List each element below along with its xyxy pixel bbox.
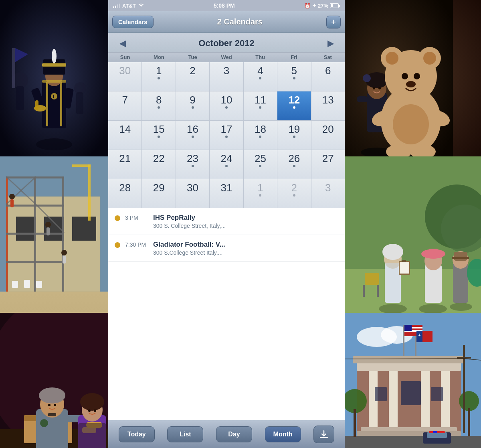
cal-day-15[interactable]: 15 <box>142 121 175 150</box>
cal-day-17[interactable]: 17 <box>210 121 243 150</box>
cal-day-12-today[interactable]: 12 <box>277 91 311 120</box>
cal-day-31[interactable]: 31 <box>210 179 243 208</box>
svg-rect-139 <box>389 369 398 429</box>
bluetooth-icon: ✦ <box>312 3 316 8</box>
cal-day-3[interactable]: 3 <box>210 62 243 91</box>
cal-day-10[interactable]: 10 <box>210 91 243 120</box>
cal-day-16[interactable]: 16 <box>176 121 209 150</box>
battery-icon <box>330 3 340 8</box>
cal-day-25[interactable]: 25 <box>244 150 277 179</box>
carrier-label: AT&T <box>122 3 136 9</box>
tab-list[interactable]: List <box>167 426 203 442</box>
cal-day-28[interactable]: 28 <box>108 179 141 208</box>
svg-rect-162 <box>320 437 328 438</box>
svg-rect-13 <box>42 80 66 83</box>
tab-bar: Today List Day Month <box>108 420 345 448</box>
svg-rect-19 <box>76 92 83 114</box>
nav-bar: Calendars 2 Calendars + <box>108 11 345 33</box>
svg-rect-55 <box>6 205 64 207</box>
cal-day-2[interactable]: 2 <box>176 62 209 91</box>
cal-day-14[interactable]: 14 <box>108 121 141 150</box>
cal-day-9[interactable]: 9 <box>176 91 209 120</box>
day-header-thu: Thu <box>243 53 277 62</box>
svg-point-110 <box>39 387 65 403</box>
svg-rect-71 <box>72 164 91 167</box>
svg-point-65 <box>61 250 67 255</box>
day-header-sat: Sat <box>311 53 345 62</box>
event-title-1: IHS PepRally <box>153 214 338 222</box>
svg-rect-68 <box>24 280 30 288</box>
clock-icon: ⏰ <box>304 3 311 9</box>
svg-point-124 <box>40 419 48 427</box>
svg-rect-88 <box>429 249 438 255</box>
cal-day-6[interactable]: 6 <box>311 62 345 91</box>
svg-rect-4 <box>60 82 62 126</box>
svg-point-63 <box>45 222 51 227</box>
cal-day-13[interactable]: 13 <box>311 91 345 120</box>
cal-day-20[interactable]: 20 <box>311 121 345 150</box>
calendar-section: ◀ October 2012 ▶ Sun Mon Tue Wed Thu Fri… <box>108 33 345 208</box>
cal-day-5[interactable]: 5 <box>277 62 311 91</box>
cal-day-8[interactable]: 8 <box>142 91 175 120</box>
svg-rect-96 <box>377 285 379 297</box>
svg-rect-70 <box>88 164 91 221</box>
cal-day-4[interactable]: 4 <box>244 62 277 91</box>
prev-month-button[interactable]: ◀ <box>116 37 129 50</box>
svg-rect-48 <box>16 217 36 241</box>
cal-day-7[interactable]: 7 <box>108 91 141 120</box>
svg-point-116 <box>80 393 104 411</box>
cal-day-24[interactable]: 24 <box>210 150 243 179</box>
tab-day[interactable]: Day <box>216 426 252 442</box>
photo-teddy-bear <box>345 0 481 156</box>
tab-month[interactable]: Month <box>265 426 301 442</box>
svg-rect-62 <box>10 199 14 207</box>
next-month-button[interactable]: ▶ <box>324 37 337 50</box>
svg-rect-92 <box>454 252 467 261</box>
svg-text:I: I <box>53 94 54 99</box>
svg-point-1 <box>36 138 72 150</box>
cal-day-21[interactable]: 21 <box>108 150 141 179</box>
add-calendar-button[interactable]: + <box>326 16 341 28</box>
cal-day-26[interactable]: 26 <box>277 150 311 179</box>
svg-rect-80 <box>385 263 401 303</box>
day-header-mon: Mon <box>142 53 176 62</box>
svg-rect-56 <box>6 233 64 235</box>
cal-day-27[interactable]: 27 <box>311 150 345 179</box>
event-item-pep-rally[interactable]: 3 PM IHS PepRally 300 S. College Street,… <box>108 208 345 235</box>
svg-rect-145 <box>375 387 387 401</box>
iphone-ui: AT&T 5:08 PM ⏰ ✦ 27% Calendars <box>108 0 345 448</box>
photo-couple: BURGERS <box>0 313 108 448</box>
cal-day-3-nov[interactable]: 3 <box>311 179 345 208</box>
cal-day-30-sep[interactable]: 30 <box>108 62 141 91</box>
cal-day-11[interactable]: 11 <box>244 91 277 120</box>
cal-day-19[interactable]: 19 <box>277 121 311 150</box>
svg-rect-18 <box>16 86 24 110</box>
cal-day-1[interactable]: 1 <box>142 62 175 91</box>
event-time-1: 3 PM <box>125 214 149 221</box>
svg-point-30 <box>378 87 381 89</box>
cal-day-22[interactable]: 22 <box>142 150 175 179</box>
svg-point-29 <box>373 87 375 89</box>
svg-rect-151 <box>427 432 447 438</box>
cal-day-23[interactable]: 23 <box>176 150 209 179</box>
svg-rect-133 <box>404 325 412 331</box>
cal-day-2-nov[interactable]: 2 <box>277 179 311 208</box>
event-item-football[interactable]: 7:30 PM Gladiator Football: V... 300 S.C… <box>108 235 345 262</box>
svg-rect-7 <box>42 63 66 67</box>
svg-rect-140 <box>421 369 430 429</box>
svg-rect-153 <box>433 431 437 433</box>
download-button[interactable] <box>313 426 334 443</box>
photo-building <box>345 313 481 448</box>
svg-rect-28 <box>357 96 368 102</box>
tab-today[interactable]: Today <box>119 426 155 442</box>
cal-day-30[interactable]: 30 <box>176 179 209 208</box>
cal-day-29[interactable]: 29 <box>142 179 175 208</box>
month-nav: ◀ October 2012 ▶ <box>108 33 345 52</box>
cal-day-18[interactable]: 18 <box>244 121 277 150</box>
event-color-dot <box>115 215 120 221</box>
cal-day-1-nov[interactable]: 1 <box>244 179 277 208</box>
day-header-sun: Sun <box>108 53 142 62</box>
svg-point-38 <box>414 73 420 79</box>
day-header-wed: Wed <box>210 53 243 62</box>
calendars-button[interactable]: Calendars <box>112 16 154 28</box>
